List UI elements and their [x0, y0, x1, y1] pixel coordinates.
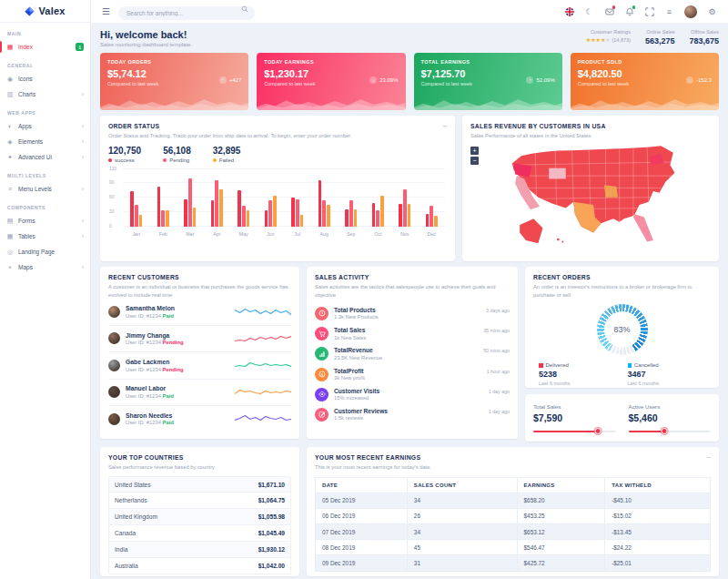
- country-row-united-kingdom: United Kingdom$1,055.98: [109, 509, 290, 525]
- slider-handle[interactable]: [594, 428, 601, 434]
- fullscreen-icon[interactable]: [644, 6, 654, 16]
- summary-card-total-earnings[interactable]: TOTAL EARNINGS$7,125.70Compared to last …: [414, 53, 562, 110]
- state-wyoming[interactable]: [549, 168, 566, 178]
- bar-group-feb: [150, 169, 177, 227]
- column-header-date: DATE: [316, 477, 408, 493]
- bar-success: [291, 198, 295, 227]
- messages-envelope-icon[interactable]: [604, 6, 614, 16]
- customer-row-jimmy-changa[interactable]: Jimmy ChangaUser ID: #1234 Pending: [108, 326, 291, 352]
- card-wave: [257, 94, 405, 110]
- topbar: ☰ ☾ ≡ ⚙: [91, 0, 728, 23]
- mini-slider[interactable]: [629, 428, 712, 434]
- card-label: PRODUCT SOLD: [578, 59, 712, 65]
- usa-map-svg: [475, 142, 705, 249]
- sidebar-item-elements[interactable]: ◈Elements›: [0, 134, 90, 149]
- customer-row-sharon-needles[interactable]: Sharon NeedlesUser ID: #1234 Paid: [108, 406, 291, 432]
- sidebar-item-menu-levels[interactable]: ≡Menu Levels›: [0, 181, 90, 197]
- chart-icon: ▥: [6, 91, 14, 98]
- map-zoom-in-button[interactable]: +: [470, 147, 479, 155]
- slider-handle[interactable]: [662, 428, 668, 434]
- column-header-tax-witheld: TAX WITHELD: [605, 477, 711, 493]
- dark-mode-moon-icon[interactable]: ☾: [584, 6, 594, 16]
- order-stat-label-text: success: [115, 157, 135, 163]
- map-zoom-out-button[interactable]: −: [470, 157, 479, 165]
- sidebar-nav: MAIN▦Index1GENERAL◉Icons▥Charts›WEB APPS…: [0, 31, 90, 275]
- customer-row-gabe-lackmen[interactable]: Gabe LackmenUser ID: #1234 Pending: [108, 352, 291, 379]
- recent-earnings-description: This is your most recent earnings for to…: [315, 463, 711, 472]
- activity-item-totalrevenue[interactable]: TotalRevenue23.5K New Revenue50 mins ago: [315, 344, 510, 364]
- state-missouri[interactable]: [604, 185, 618, 197]
- order-stat-label: Failed: [213, 157, 241, 163]
- country-name: United Kingdom: [115, 513, 157, 520]
- sidebar-section-heading: GENERAL: [7, 63, 83, 68]
- sidebar-item-label: Maps: [18, 264, 33, 270]
- chevron-right-icon: ›: [82, 138, 84, 145]
- delivered-swatch: [539, 363, 543, 368]
- customer-status: Paid: [163, 393, 174, 399]
- menu-lines-icon[interactable]: ≡: [664, 6, 674, 16]
- sidebar-item-apps[interactable]: ◐Apps›: [0, 118, 90, 134]
- activity-title: Customer Reviews: [334, 408, 388, 414]
- minimize-icon[interactable]: –: [707, 452, 711, 461]
- customer-meta: User ID: #1234 Pending: [126, 367, 183, 372]
- sidebar-item-landing-page[interactable]: ◎Landing Page: [0, 244, 90, 259]
- settings-gear-icon[interactable]: ⚙: [707, 6, 717, 16]
- summary-card-today-earnings[interactable]: TODAY EARNINGS$1,230.17Compared to last …: [257, 53, 405, 110]
- user-avatar[interactable]: [684, 5, 697, 18]
- hamburger-icon[interactable]: ☰: [102, 7, 110, 16]
- recent-customers-panel: RECENT CUSTOMERS A customer is an indivi…: [100, 267, 299, 439]
- usa-map[interactable]: [470, 142, 711, 249]
- order-status-bar-chart[interactable]: 0306090120 JanFebMarAprMayJunJulAugSepOc…: [108, 169, 447, 237]
- state-oregon[interactable]: [514, 163, 532, 177]
- main-content: Hi, welcome back! Sales monitoring dashb…: [91, 23, 728, 579]
- sidebar-item-index[interactable]: ▦Index1: [0, 39, 90, 55]
- avatar: [108, 413, 120, 425]
- sidebar-item-advanced-ui[interactable]: ✦Advanced Ui›: [0, 149, 90, 165]
- activity-item-customer-reviews[interactable]: Customer Reviews1.5k reviews1 day ago: [315, 404, 510, 424]
- language-flag-icon[interactable]: [564, 6, 574, 16]
- card-wave: [100, 94, 248, 110]
- chevron-right-icon: ›: [82, 91, 84, 97]
- activity-item-totalprofit[interactable]: $TotalProfit3k New profit1 hour ago: [315, 364, 510, 384]
- bar-group-may: [230, 169, 258, 227]
- sidebar-item-icons[interactable]: ◉Icons: [0, 71, 90, 86]
- search-input[interactable]: [118, 6, 255, 20]
- activity-title: TotalRevenue: [334, 347, 382, 353]
- legend-dot: [213, 158, 217, 162]
- activity-sub: 1.5k reviews: [334, 415, 388, 421]
- sales-activity-title: SALES ACTIVITY: [315, 274, 510, 280]
- sidebar-item-maps[interactable]: ⌖Maps›: [0, 259, 90, 275]
- top-countries-panel: YOUR TOP COUNTRIES Sales performance rev…: [100, 447, 299, 576]
- customer-row-samantha-melon[interactable]: Samantha MelonUser ID: #1234 Paid: [108, 299, 291, 325]
- activity-item-total-products[interactable]: Total Products1.3k New Products3 days ag…: [315, 303, 510, 323]
- gauge-value: 83%: [597, 304, 648, 355]
- arrow-down-icon: ↓: [369, 76, 377, 84]
- search-icon[interactable]: [241, 5, 248, 13]
- activity-item-total-sales[interactable]: Total Sales1k New Sales35 mins ago: [315, 324, 510, 344]
- svg-text:$: $: [320, 372, 323, 377]
- bar-pending: [268, 200, 272, 226]
- card-badge: ↓-152.3: [686, 76, 712, 84]
- summary-card-today-orders[interactable]: TODAY ORDERS$5,74.12Compared to last wee…: [100, 53, 248, 110]
- bar-success: [157, 187, 161, 227]
- activity-text: Total Products1.3k New Products: [334, 307, 379, 320]
- clock-icon: [315, 307, 329, 320]
- sidebar-item-forms[interactable]: ▤Forms›: [0, 213, 90, 229]
- minimize-icon[interactable]: –: [443, 121, 447, 129]
- cell-count: 34: [407, 524, 517, 540]
- notifications-bell-icon[interactable]: [624, 6, 634, 16]
- summary-card-product-sold[interactable]: PRODUCT SOLD$4,820.50Compared to last we…: [571, 53, 719, 110]
- state-florida[interactable]: [633, 214, 653, 241]
- bar-success: [399, 204, 402, 227]
- sidebar-item-charts[interactable]: ▥Charts›: [0, 86, 90, 102]
- mini-slider[interactable]: [533, 428, 616, 434]
- bar-failed: [380, 196, 384, 227]
- activity-item-customer-visits[interactable]: Customer Visits15% increased1 day ago: [315, 384, 510, 404]
- state-alaska[interactable]: [520, 218, 542, 243]
- sidebar-item-tables[interactable]: ▦Tables›: [0, 229, 90, 244]
- customer-row-manuel-labor[interactable]: Manuel LaborUser ID: #1234 Paid: [108, 380, 291, 406]
- usa-map-title: SALES REVENUE BY CUSTOMERS IN USA: [470, 123, 711, 129]
- brand-logo[interactable]: Valex: [0, 0, 90, 23]
- sidebar-item-label: Forms: [18, 218, 35, 224]
- usa-map-description: Sales Performance of all states in the U…: [470, 132, 711, 140]
